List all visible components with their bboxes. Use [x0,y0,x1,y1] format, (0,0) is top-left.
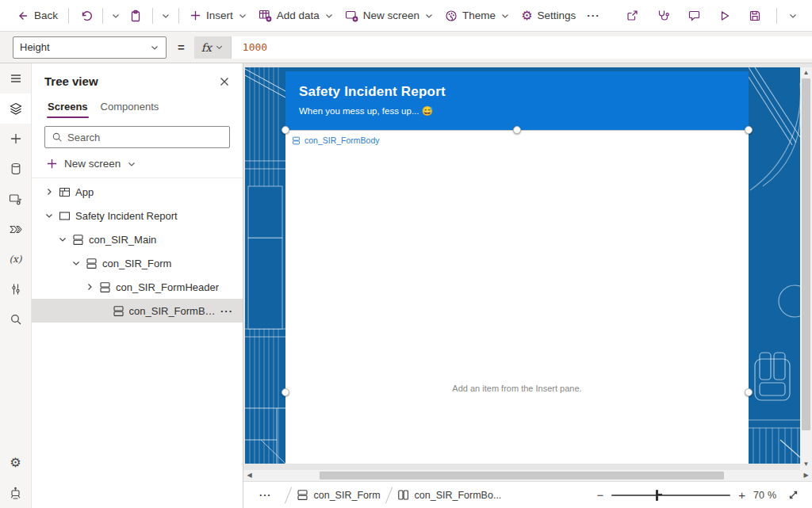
robot-icon [9,487,22,500]
property-name: Height [20,41,50,53]
screen-title: Safety Incident Report [299,84,749,100]
theme-palette-icon [445,10,458,22]
tab-screens[interactable]: Screens [44,96,91,118]
scroll-down-arrow[interactable]: ▼ [800,459,812,470]
toolbar-overflow-button[interactable]: ··· [581,3,606,29]
tab-components[interactable]: Components [98,96,163,118]
selection-handle-top-left[interactable] [282,126,289,134]
tree-item-con-sir-main[interactable]: con_SIR_Main [32,227,243,251]
back-button[interactable]: Back [11,3,63,29]
save-button[interactable] [741,3,768,29]
status-overflow-button[interactable]: ··· [251,490,280,501]
comments-button[interactable] [680,3,708,29]
fx-button[interactable]: fx [194,36,232,59]
zoom-out-button[interactable]: − [596,488,603,502]
tree-item-con-sir-formheader[interactable]: con_SIR_FormHeader [32,275,243,299]
breadcrumb-item-con-sir-form[interactable]: con_SIR_Form [297,489,381,501]
data-rail-button[interactable] [0,154,31,184]
menu-hamburger-icon[interactable] [0,63,31,94]
app-checker-button[interactable] [649,3,677,29]
close-panel-button[interactable] [219,76,230,87]
search-rail-button[interactable] [0,304,31,334]
formula-input[interactable]: 1000 [232,36,812,59]
settings-button[interactable]: ⚙ Settings [515,3,581,29]
insert-button[interactable]: Insert [184,3,253,29]
advanced-tools-rail-button[interactable] [0,274,31,304]
chevron-down-icon [324,11,334,21]
tree-view-rail-button[interactable] [0,94,31,124]
selected-control-tag: con_SIR_FormBody [292,136,380,145]
new-screen-button[interactable]: New screen [339,3,439,29]
new-screen-tree-button[interactable]: New screen [32,148,243,178]
zoom-in-button[interactable]: + [738,488,745,502]
container-icon [86,258,98,269]
copilot-rail-button[interactable] [0,478,31,508]
selection-handle-mid-left[interactable] [282,388,289,396]
stethoscope-icon [657,9,670,22]
chevron-down-icon[interactable] [43,211,56,220]
tree-items: AppSafety Incident Reportcon_SIR_Maincon… [32,178,243,323]
chevron-down-icon[interactable] [56,235,69,244]
share-button[interactable] [619,3,646,29]
tree-item-label: con_SIR_Main [89,234,156,246]
insert-rail-button[interactable] [0,124,31,154]
power-automate-rail-button[interactable] [0,214,31,244]
divider [68,8,69,24]
undo-button[interactable] [74,3,98,29]
tree-item-label: Safety Incident Report [75,210,178,222]
screen-icon [59,210,71,222]
zoom-slider-handle[interactable] [656,490,658,501]
canvas-vertical-scrollbar[interactable]: ▲ ▼ [800,67,812,470]
share-icon [626,9,639,22]
fx-label: fx [201,41,212,54]
zoom-slider[interactable] [611,495,730,496]
theme-button[interactable]: Theme [439,3,515,29]
media-rail-button[interactable] [0,184,31,214]
selected-control-label: con_SIR_FormBody [304,136,380,145]
canvas-horizontal-scrollbar[interactable]: ◀ ▶ [243,470,812,481]
paste-button[interactable] [124,3,147,29]
settings-rail-button[interactable]: ⚙ [0,448,31,478]
chevron-right-icon[interactable] [43,187,56,197]
screen-blueprint-background[interactable]: Safety Incident Report When you mess up,… [245,67,800,464]
chevron-down-icon[interactable] [70,258,82,268]
breadcrumb-label: con_SIR_Form [314,490,381,501]
container-icon [297,489,308,501]
form-body-selected-control[interactable]: con_SIR_FormBody Add an item from the In… [285,130,749,464]
selection-handle-mid-right[interactable] [745,388,753,396]
more-options-icon[interactable]: ··· [220,305,233,317]
search-input[interactable] [67,132,223,143]
zoom-controls: − + 70 % [596,488,804,502]
tree-item-safety-incident-report[interactable]: Safety Incident Report [32,204,243,227]
tree-item-con-sir-formbody[interactable]: con_SIR_FormBody··· [32,299,243,323]
selection-handle-top-right[interactable] [745,126,753,134]
form-header[interactable]: Safety Incident Report When you mess up,… [285,71,749,130]
scroll-right-arrow[interactable]: ▶ [800,470,812,481]
chevron-right-icon[interactable] [83,282,96,292]
app-screen[interactable]: Safety Incident Report When you mess up,… [285,71,749,464]
canvas-area[interactable]: Safety Incident Report When you mess up,… [243,63,812,481]
tree-item-con-sir-form[interactable]: con_SIR_Form [32,251,243,275]
add-data-button[interactable]: Add data [253,3,339,29]
divider [776,8,777,24]
scroll-left-arrow[interactable]: ◀ [243,470,255,481]
tree-search-box[interactable] [44,126,230,148]
layers-icon [9,101,23,116]
divider [178,8,179,24]
fit-to-window-button[interactable] [787,489,799,501]
breadcrumb-item-con-sir-formbo-[interactable]: con_SIR_FormBo... [397,489,502,501]
tree-item-label: con_SIR_FormHeader [116,281,219,293]
tree-item-app[interactable]: App [32,180,243,204]
variables-rail-button[interactable]: (x) [0,244,31,274]
property-selector[interactable]: Height [13,36,167,59]
undo-menu-chevron[interactable] [108,3,124,29]
vertical-scroll-thumb[interactable] [802,78,810,430]
selection-handle-top-center[interactable] [513,126,521,134]
horizontal-scroll-thumb[interactable] [320,472,724,479]
plus-icon [10,132,22,145]
preview-play-button[interactable] [711,3,738,29]
scroll-up-arrow[interactable]: ▲ [800,67,812,78]
plus-icon [190,10,201,21]
paste-menu-chevron[interactable] [158,3,174,29]
save-menu-chevron[interactable] [785,3,801,29]
